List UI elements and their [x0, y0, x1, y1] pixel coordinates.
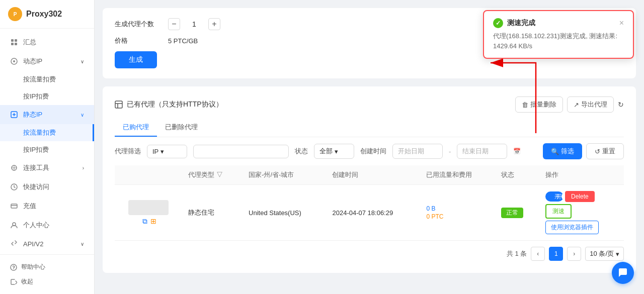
pagination: 共 1 条 ‹ 1 › 10 条/页 ▾ [115, 241, 624, 263]
col-actions: 操作 [539, 165, 624, 185]
tab-purchased[interactable]: 已购代理 [115, 119, 157, 137]
svg-rect-4 [11, 43, 14, 45]
copy-icon[interactable]: ⧉ [142, 217, 147, 226]
sidebar-item-static-ip-label: 静态IP [23, 110, 42, 119]
page-size-chevron: ▾ [616, 250, 619, 258]
user-center-icon [10, 221, 18, 229]
col-traffic: 已用流量和费用 [420, 165, 495, 185]
sidebar-item-by-traffic[interactable]: 按流量扣费 [0, 71, 94, 88]
sidebar: P Proxy302 汇总 动态IP ∨ 按流量扣费 按IP扣费 静态 [0, 0, 95, 294]
status-badge: 正常 [501, 208, 523, 218]
toast-body: 代理(168.158.102.231)测速完成, 测速结果: 1429.64 K… [493, 31, 624, 51]
calendar-icon: 📅 [513, 148, 521, 155]
generate-button[interactable]: 生成 [115, 51, 157, 68]
sidebar-item-dashboard[interactable]: 汇总 [0, 33, 94, 52]
reset-icon: ↺ [595, 148, 600, 155]
sidebar-item-dynamic-ip[interactable]: 动态IP ∨ [0, 52, 94, 71]
col-created: 创建时间 [326, 165, 420, 185]
tab-deleted[interactable]: 已删除代理 [157, 119, 206, 137]
toast-header: ✓ 测速完成 × [493, 18, 624, 28]
logo-text: Proxy302 [26, 10, 62, 19]
status-chevron: ▾ [335, 148, 338, 155]
quick-access-icon [10, 183, 18, 191]
status-label: 状态 [295, 147, 308, 156]
batch-delete-btn[interactable]: 🗑 批量删除 [515, 96, 563, 113]
decrement-btn[interactable]: − [168, 18, 180, 30]
sidebar-item-quick-access[interactable]: 快捷访问 [0, 177, 94, 197]
col-status: 状态 [495, 165, 539, 185]
connection-tools-icon [10, 164, 18, 172]
logo-icon: P [8, 7, 22, 21]
section-title: 已有代理（只支持HTTP协议） [115, 100, 223, 109]
help-center-label: 帮助中心 [21, 263, 45, 271]
proxy-search-input[interactable] [193, 145, 289, 158]
sidebar-item-connection-tools[interactable]: 连接工具 › [0, 158, 94, 177]
collapse-sidebar-btn[interactable]: 收起 [10, 274, 84, 289]
section-title-text: 已有代理（只支持HTTP协议） [127, 100, 223, 109]
section-header: 已有代理（只支持HTTP协议） 🗑 批量删除 ↗ 导出代理 ↻ [115, 96, 624, 113]
search-btn[interactable]: 🔍 筛选 [543, 143, 582, 159]
status-select[interactable]: 全部 ▾ [314, 144, 354, 159]
reset-btn[interactable]: ↺ 重置 [586, 143, 624, 159]
count-label: 生成代理个数 [115, 20, 160, 29]
qr-icon[interactable]: ⊞ [150, 217, 156, 226]
sidebar-item-dashboard-label: 汇总 [23, 38, 36, 47]
chat-btn[interactable] [612, 262, 634, 284]
sidebar-item-recharge[interactable]: 充值 [0, 197, 94, 216]
delete-btn[interactable]: Delete [565, 191, 595, 202]
speed-test-btn[interactable]: 测速 [545, 204, 572, 219]
collapse-label: 收起 [21, 277, 33, 286]
logo: P Proxy302 [0, 0, 94, 29]
proxy-table-card: 已有代理（只支持HTTP协议） 🗑 批量删除 ↗ 导出代理 ↻ 已购代理 [103, 86, 636, 273]
sidebar-footer: 帮助中心 收起 [0, 254, 94, 294]
success-icon: ✓ [493, 18, 503, 28]
proxy-type-cell: 静态住宅 [182, 185, 243, 241]
toggle-on-label: 开 [556, 193, 562, 201]
operations-cell: 开 开 Delete 测速 使用浏览器插件 [539, 185, 624, 241]
svg-rect-5 [15, 43, 17, 45]
export-icon: ↗ [574, 101, 579, 109]
traffic-cell: 0 B 0 PTC [420, 185, 495, 241]
select-chevron: ▾ [160, 148, 164, 155]
svg-rect-2 [11, 39, 14, 42]
sidebar-item-api[interactable]: API/V2 ∨ [0, 235, 94, 253]
sidebar-item-static-ip[interactable]: 静态IP ∨ [0, 105, 94, 124]
country-cell: United States(US) [243, 185, 326, 241]
prev-page-btn[interactable]: ‹ [531, 247, 545, 261]
page-size-select[interactable]: 10 条/页 ▾ [585, 247, 624, 261]
api-chevron: ∨ [80, 241, 84, 247]
help-center-link[interactable]: 帮助中心 [10, 260, 84, 274]
next-page-btn[interactable]: › [567, 247, 581, 261]
created-cell: 2024-04-07 18:06:29 [326, 185, 420, 241]
section-actions: 🗑 批量删除 ↗ 导出代理 ↻ [515, 96, 624, 113]
price-value: 5 PTC/GB [168, 37, 198, 45]
total-count: 共 1 条 [507, 249, 527, 258]
date-end-input[interactable]: 结束日期 [457, 144, 507, 159]
filter-row: 代理筛选 IP ▾ 状态 全部 ▾ 创建时间 开始日期 - 结束日期 [115, 143, 624, 159]
sidebar-item-by-ip[interactable]: 按IP扣费 [0, 88, 94, 105]
export-btn[interactable]: ↗ 导出代理 [567, 96, 614, 113]
increment-btn[interactable]: + [208, 18, 220, 30]
sidebar-item-static-ip-fee[interactable]: 按IP扣费 [0, 141, 94, 158]
browser-plugin-btn[interactable]: 使用浏览器插件 [545, 221, 599, 234]
count-value: 1 [184, 20, 204, 28]
current-page-btn[interactable]: 1 [549, 247, 563, 261]
trash-icon: 🗑 [522, 101, 528, 109]
toast-close-btn[interactable]: × [619, 19, 624, 28]
svg-point-7 [13, 60, 15, 62]
date-start-input[interactable]: 开始日期 [392, 144, 443, 159]
proxy-type-select[interactable]: IP ▾ [147, 145, 187, 158]
filter-actions: 🔍 筛选 ↺ 重置 [543, 143, 624, 159]
sidebar-item-dynamic-ip-label: 动态IP [23, 57, 42, 66]
refresh-icon[interactable]: ↻ [618, 101, 624, 109]
sidebar-item-user-center[interactable]: 个人中心 [0, 216, 94, 235]
col-proxy-img [115, 165, 182, 185]
table-header-row: 代理类型 ▽ 国家-州/省-城市 创建时间 已用流量和费用 状态 [115, 165, 624, 185]
sidebar-item-static-traffic[interactable]: 按流量扣费 [0, 124, 94, 141]
proxy-img-cell: ⧉ ⊞ [115, 185, 182, 241]
date-separator: - [449, 148, 451, 155]
svg-text:P: P [14, 12, 17, 17]
dynamic-ip-icon [10, 57, 18, 65]
proxy-image [128, 200, 169, 215]
dynamic-ip-chevron: ∨ [80, 59, 84, 64]
